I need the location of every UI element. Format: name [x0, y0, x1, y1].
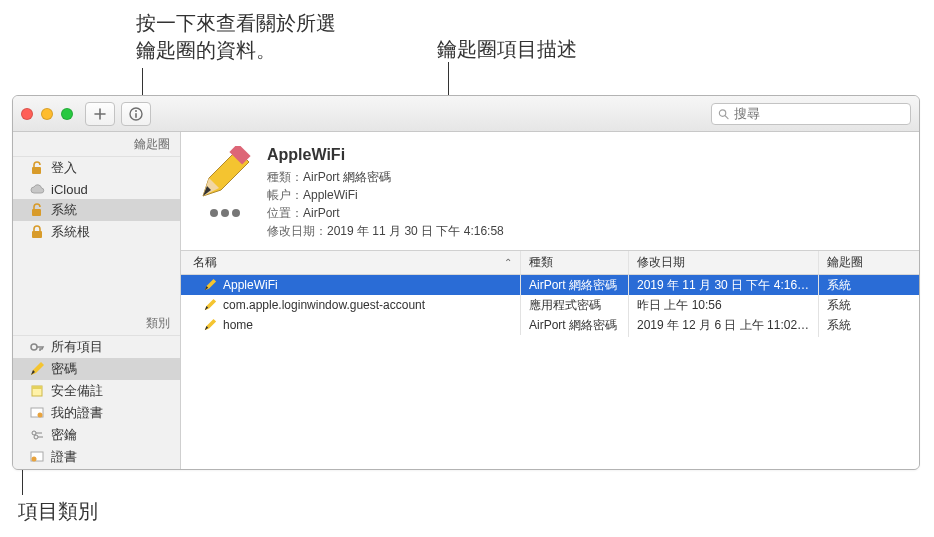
cert-icon: [29, 405, 45, 421]
cloud-icon: [29, 181, 45, 197]
detail-where: AirPort: [303, 206, 340, 220]
item-icon: [197, 146, 253, 202]
svg-point-18: [32, 457, 37, 462]
category-item-label: 安全備註: [51, 382, 103, 400]
lock-open-icon: [29, 202, 45, 218]
svg-point-15: [32, 431, 36, 435]
detail-pane: AppleWiFi 種類：AirPort 網絡密碼 帳户：AppleWiFi 位…: [181, 132, 919, 251]
search-input[interactable]: [734, 106, 904, 121]
keychain-item-1[interactable]: iCloud: [13, 179, 180, 199]
svg-line-4: [725, 115, 728, 118]
svg-point-16: [34, 435, 38, 439]
keychain-item-label: 系統: [51, 201, 77, 219]
row-name: home: [223, 318, 253, 332]
keychain-item-label: iCloud: [51, 182, 88, 197]
row-name: AppleWiFi: [223, 278, 278, 292]
detail-where-label: 位置：: [267, 206, 303, 220]
keychain-item-label: 系統根: [51, 223, 90, 241]
info-icon: [129, 107, 143, 121]
detail-title: AppleWiFi: [267, 146, 504, 164]
row-date: 2019 年 12 月 6 日 上午 11:02:47: [629, 314, 819, 337]
table-row[interactable]: home AirPort 網絡密碼 2019 年 12 月 6 日 上午 11:…: [181, 315, 919, 335]
detail-modified-label: 修改日期：: [267, 224, 327, 238]
pencil-icon: [203, 298, 217, 312]
row-name: com.apple.loginwindow.guest-account: [223, 298, 425, 312]
row-kind: AirPort 網絡密碼: [521, 314, 629, 337]
keychain-item-2[interactable]: 系統: [13, 199, 180, 221]
callout-category: 項目類別: [18, 498, 98, 525]
svg-point-14: [38, 413, 43, 418]
plus-icon: [93, 107, 107, 121]
category-item-4[interactable]: 密鑰: [13, 424, 180, 446]
category-list: 所有項目密碼安全備註我的證書密鑰證書: [13, 336, 180, 468]
minimize-button[interactable]: [41, 108, 53, 120]
row-keychain: 系統: [819, 314, 919, 337]
keys-icon: [29, 427, 45, 443]
category-item-label: 密碼: [51, 360, 77, 378]
category-item-3[interactable]: 我的證書: [13, 402, 180, 424]
category-item-0[interactable]: 所有項目: [13, 336, 180, 358]
detail-kind: AirPort 網絡密碼: [303, 170, 391, 184]
lock-icon: [29, 224, 45, 240]
table-row[interactable]: com.apple.loginwindow.guest-account 應用程式…: [181, 295, 919, 315]
titlebar: [13, 96, 919, 132]
svg-rect-5: [32, 167, 41, 174]
column-name-label: 名稱: [193, 254, 217, 271]
keychain-item-3[interactable]: 系統根: [13, 221, 180, 243]
column-keychain[interactable]: 鑰匙圈: [819, 251, 919, 274]
add-button[interactable]: [85, 102, 115, 126]
keychains-header: 鑰匙圈: [13, 132, 180, 157]
sidebar: 鑰匙圈 登入iCloud系統系統根 類別 所有項目密碼安全備註我的證書密鑰證書: [13, 132, 181, 469]
category-item-label: 證書: [51, 448, 77, 466]
callout-info: 按一下來查看關於所選 鑰匙圈的資料。: [136, 10, 336, 64]
lock-open-icon: [29, 160, 45, 176]
pencil-icon: [203, 318, 217, 332]
keychain-item-0[interactable]: 登入: [13, 157, 180, 179]
category-item-label: 我的證書: [51, 404, 103, 422]
key-icon: [29, 339, 45, 355]
category-item-2[interactable]: 安全備註: [13, 380, 180, 402]
category-item-label: 所有項目: [51, 338, 103, 356]
callout-line: [142, 68, 143, 98]
detail-modified: 2019 年 11 月 30 日 下午 4:16:58: [327, 224, 504, 238]
keychain-item-label: 登入: [51, 159, 77, 177]
svg-point-1: [135, 110, 137, 112]
svg-rect-12: [32, 386, 42, 389]
svg-point-8: [31, 344, 37, 350]
keychain-access-window: 鑰匙圈 登入iCloud系統系統根 類別 所有項目密碼安全備註我的證書密鑰證書: [12, 95, 920, 470]
detail-info: AppleWiFi 種類：AirPort 網絡密碼 帳户：AppleWiFi 位…: [267, 146, 504, 240]
cert2-icon: [29, 449, 45, 465]
column-kind[interactable]: 種類: [521, 251, 629, 274]
svg-rect-2: [135, 113, 137, 118]
table-row[interactable]: AppleWiFi AirPort 網絡密碼 2019 年 11 月 30 日 …: [181, 275, 919, 295]
callout-item-desc: 鑰匙圈項目描述: [437, 36, 577, 63]
search-icon: [718, 108, 729, 120]
sort-indicator-icon: ⌃: [504, 257, 512, 268]
pencil-icon: [29, 361, 45, 377]
detail-account: AppleWiFi: [303, 188, 358, 202]
pencil-icon: [203, 278, 217, 292]
svg-rect-7: [32, 231, 42, 238]
svg-point-3: [719, 109, 725, 115]
svg-rect-6: [32, 209, 41, 216]
pencil-large-icon: [197, 146, 253, 202]
table-body: AppleWiFi AirPort 網絡密碼 2019 年 11 月 30 日 …: [181, 275, 919, 469]
table-header: 名稱⌃ 種類 修改日期 鑰匙圈: [181, 251, 919, 275]
info-button[interactable]: [121, 102, 151, 126]
category-header: 類別: [13, 311, 180, 336]
detail-account-label: 帳户：: [267, 188, 303, 202]
category-item-5[interactable]: 證書: [13, 446, 180, 468]
note-icon: [29, 383, 45, 399]
window-controls: [21, 108, 73, 120]
column-date[interactable]: 修改日期: [629, 251, 819, 274]
zoom-button[interactable]: [61, 108, 73, 120]
search-field[interactable]: [711, 103, 911, 125]
category-item-label: 密鑰: [51, 426, 77, 444]
column-name[interactable]: 名稱⌃: [181, 251, 521, 274]
content-area: AppleWiFi 種類：AirPort 網絡密碼 帳户：AppleWiFi 位…: [181, 132, 919, 469]
detail-kind-label: 種類：: [267, 170, 303, 184]
category-item-1[interactable]: 密碼: [13, 358, 180, 380]
close-button[interactable]: [21, 108, 33, 120]
keychain-list: 登入iCloud系統系統根: [13, 157, 180, 243]
